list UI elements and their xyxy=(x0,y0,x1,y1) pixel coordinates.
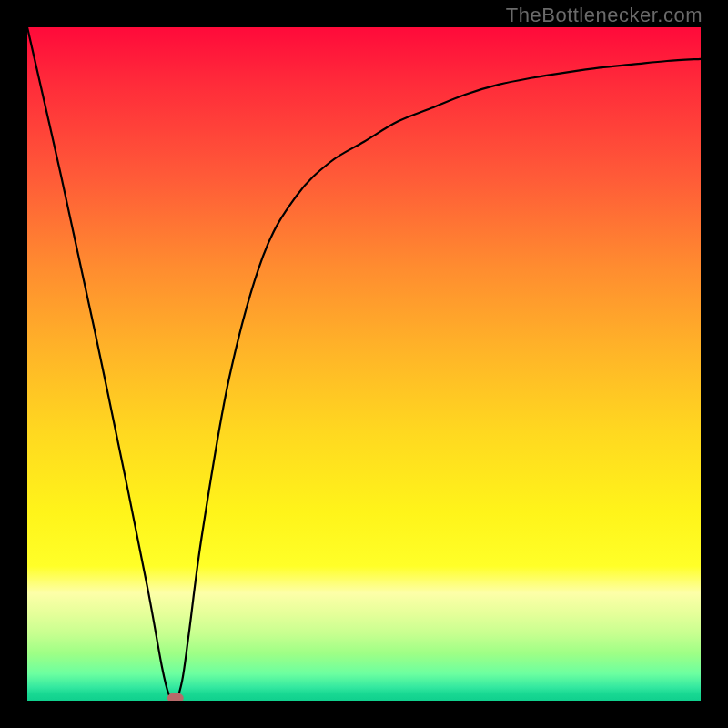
curve-svg xyxy=(27,27,701,701)
bottleneck-curve xyxy=(27,27,701,701)
plot-area xyxy=(27,27,701,701)
chart-frame: TheBottlenecker.com xyxy=(0,0,728,728)
attribution-text: TheBottlenecker.com xyxy=(506,4,703,27)
optimum-marker xyxy=(167,693,184,701)
